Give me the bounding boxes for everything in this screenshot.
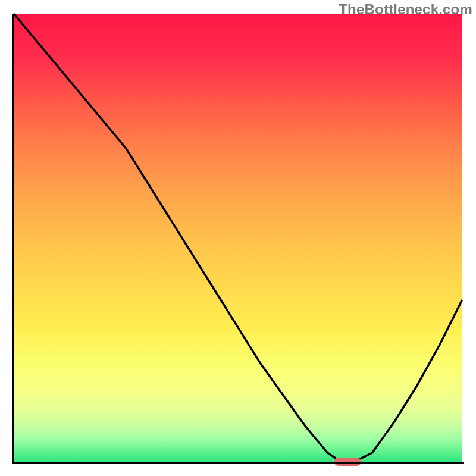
x-axis (12, 462, 464, 464)
y-axis (12, 14, 14, 464)
chart-container: TheBottleneck.com (0, 0, 476, 476)
chart-overlay (14, 14, 462, 462)
plot-area (14, 14, 462, 462)
bottleneck-curve (14, 14, 462, 462)
watermark-text: TheBottleneck.com (339, 1, 472, 18)
